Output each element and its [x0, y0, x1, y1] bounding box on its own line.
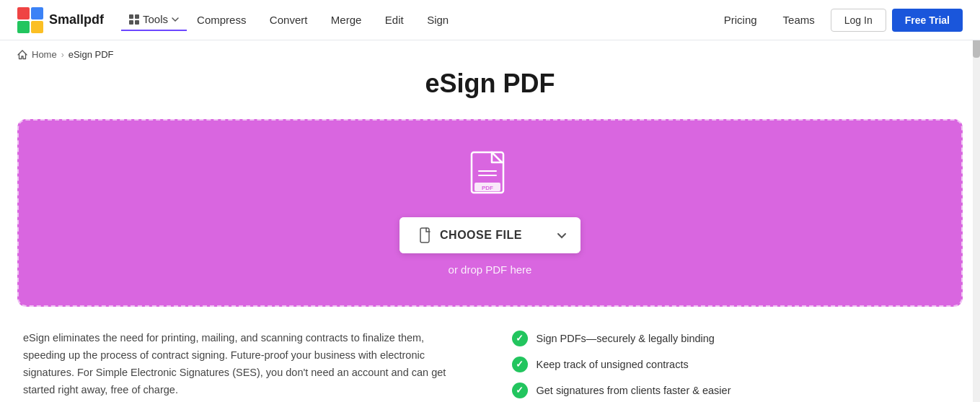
nav-compress[interactable]: Compress — [187, 9, 256, 30]
drop-hint: or drop PDF here — [449, 263, 532, 276]
main-content: eSign PDF PDF CHOOSE FILE — [0, 69, 980, 402]
scrollbar[interactable] — [973, 0, 980, 402]
pdf-icon: PDF — [470, 151, 511, 203]
logo-text: Smallpdf — [49, 12, 104, 27]
svg-rect-0 — [17, 7, 30, 19]
page-title: eSign PDF — [17, 69, 963, 99]
svg-rect-13 — [420, 228, 429, 242]
svg-text:PDF: PDF — [482, 184, 493, 191]
drop-zone[interactable]: PDF CHOOSE FILE or drop PDF — [17, 119, 963, 307]
svg-rect-5 — [135, 14, 139, 19]
home-icon — [17, 50, 27, 60]
svg-rect-7 — [135, 20, 139, 25]
tools-label: Tools — [143, 13, 168, 25]
feature-text-1: Sign PDFs—securely & legally binding — [537, 333, 715, 344]
breadcrumb: Home › eSign PDF — [0, 40, 980, 69]
nav-merge[interactable]: Merge — [321, 9, 372, 30]
svg-rect-6 — [129, 20, 133, 25]
features-list: Sign PDFs—securely & legally binding Kee… — [512, 330, 958, 399]
feature-item-1: Sign PDFs—securely & legally binding — [512, 331, 958, 346]
feature-text-2: Keep track of unsigned contracts — [537, 359, 689, 370]
bottom-section: eSign eliminates the need for printing, … — [17, 330, 963, 399]
feature-text-3: Get signatures from clients faster & eas… — [537, 385, 731, 396]
tools-menu-button[interactable]: Tools — [121, 9, 187, 31]
nav-right: Pricing Teams Log In Free Trial — [714, 9, 963, 32]
feature-item-3: Get signatures from clients faster & eas… — [512, 383, 958, 398]
logo-icon — [17, 7, 43, 33]
login-button[interactable]: Log In — [831, 9, 886, 32]
svg-rect-1 — [31, 7, 43, 19]
svg-rect-3 — [31, 21, 43, 33]
choose-file-row: CHOOSE FILE — [399, 217, 581, 253]
grid-icon — [128, 14, 140, 25]
header: Smallpdf Tools Compress Convert Merge Ed… — [0, 0, 980, 40]
feature-item-2: Keep track of unsigned contracts — [512, 357, 958, 372]
chevron-down-icon-2 — [556, 230, 568, 241]
breadcrumb-separator: › — [61, 50, 64, 60]
logo[interactable]: Smallpdf — [17, 7, 104, 33]
nav-edit[interactable]: Edit — [375, 9, 414, 30]
nav-teams[interactable]: Teams — [773, 9, 825, 30]
choose-file-label: CHOOSE FILE — [440, 229, 522, 242]
svg-rect-2 — [17, 21, 30, 33]
nav-convert[interactable]: Convert — [260, 9, 318, 30]
main-nav: Compress Convert Merge Edit Sign — [187, 9, 459, 30]
svg-rect-4 — [129, 14, 133, 19]
choose-file-dropdown-button[interactable] — [543, 219, 581, 251]
breadcrumb-home[interactable]: Home — [32, 49, 57, 60]
choose-file-button[interactable]: CHOOSE FILE — [399, 217, 542, 253]
check-icon-1 — [512, 331, 528, 346]
chevron-down-icon — [171, 15, 180, 24]
description-text: eSign eliminates the need for printing, … — [23, 330, 469, 399]
free-trial-button[interactable]: Free Trial — [892, 9, 963, 32]
check-icon-2 — [512, 357, 528, 372]
nav-pricing[interactable]: Pricing — [714, 9, 767, 30]
check-icon-3 — [512, 383, 528, 398]
nav-sign[interactable]: Sign — [417, 9, 459, 30]
file-icon — [420, 227, 433, 243]
breadcrumb-current: eSign PDF — [69, 49, 114, 60]
